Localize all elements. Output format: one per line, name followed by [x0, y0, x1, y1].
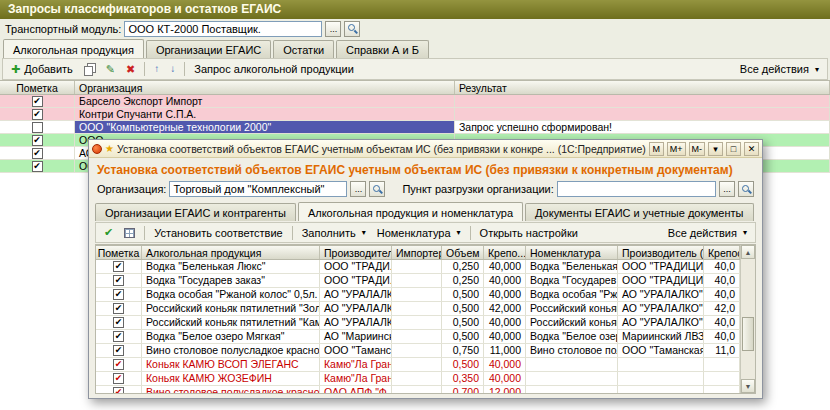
titlebar-dropdown-button[interactable]: ▾ [708, 142, 723, 156]
producer-cell[interactable]: АО "УРАЛАЛК... [320, 288, 392, 301]
move-down-button[interactable]: ↓ [165, 62, 180, 76]
row-checkbox[interactable] [113, 359, 124, 370]
memory-m-minus-button[interactable]: М- [689, 142, 706, 156]
nom-producer-cell[interactable]: АО "УРАЛАЛКО" [618, 302, 704, 315]
product-row[interactable]: Коньяк КАМЮ ВСОП ЭЛЕГАНС Камю"Ла Гран...… [96, 358, 740, 372]
nomenclature-cell[interactable]: Водка "Беленькая Люкс" [526, 260, 618, 273]
strength-cell[interactable]: 40,000 [484, 358, 526, 371]
product-row[interactable]: Водка "Государев заказ" ООО "ТРАДИ... 0,… [96, 274, 740, 288]
volume-cell[interactable]: 0,500 [442, 302, 484, 315]
organization-row[interactable]: Барсело Экспорт Импорт [0, 95, 830, 108]
alcohol-cell[interactable]: Вино столовое полусладкое красное "Кагор… [142, 344, 320, 357]
strength-cell[interactable]: 12,000 [484, 386, 526, 393]
mark-cell[interactable] [0, 160, 75, 172]
nom-strength-cell[interactable]: 40,0 [704, 260, 740, 273]
product-row[interactable]: Водка особая "Ржаной колос" 0,5л. АО "УР… [96, 288, 740, 302]
row-checkbox[interactable] [32, 122, 43, 133]
volume-cell[interactable]: 0,250 [442, 274, 484, 287]
mark-cell[interactable] [96, 260, 142, 273]
strength-cell[interactable]: 11,000 [484, 344, 526, 357]
product-row[interactable]: Российский коньяк пятилетний "Золотой ре… [96, 302, 740, 316]
row-checkbox[interactable] [32, 135, 43, 146]
producer-cell[interactable]: АО "УРАЛАЛК... [320, 302, 392, 315]
product-row[interactable]: Российский коньяк пятилетний "Каменный .… [96, 316, 740, 330]
nomenclature-cell[interactable] [526, 372, 618, 385]
organization-row[interactable]: Контри Спучанти С.П.А. [0, 108, 830, 121]
importer-cell[interactable] [392, 386, 442, 393]
result-cell[interactable] [455, 108, 830, 120]
alcohol-cell[interactable]: Водка "Государев заказ" [142, 274, 320, 287]
product-row[interactable]: Водка "Беленькая Люкс" ООО "ТРАДИ... 0,2… [96, 260, 740, 274]
nomenclature-cell[interactable]: Российский коньяк пятиле... [526, 316, 618, 329]
column-header-nom-producer[interactable]: Производитель (алко... [618, 246, 704, 259]
alcohol-cell[interactable]: Водка "Белое озеро Мягкая" [142, 330, 320, 343]
close-button[interactable]: ✕ [744, 142, 759, 156]
unload-point-search-button[interactable] [738, 181, 754, 197]
producer-cell[interactable]: ООО "Таманс... [320, 344, 392, 357]
row-checkbox[interactable] [32, 96, 43, 107]
unload-point-input[interactable] [557, 181, 716, 197]
strength-cell[interactable]: 40,000 [484, 330, 526, 343]
volume-cell[interactable]: 0,750 [442, 344, 484, 357]
row-checkbox[interactable] [113, 303, 124, 314]
product-row[interactable]: Вино столовое полусладкое красное "Кагор… [96, 344, 740, 358]
mark-cell[interactable] [96, 316, 142, 329]
organization-cell[interactable]: ООО "Компьютерные технологии 2000" [75, 121, 455, 133]
nom-strength-cell[interactable]: 40,0 [704, 274, 740, 287]
volume-cell[interactable]: 0,700 [442, 386, 484, 393]
row-checkbox[interactable] [113, 275, 124, 286]
column-header-organization[interactable]: Организация [75, 81, 455, 94]
mark-cell[interactable] [0, 121, 75, 133]
column-header-strength[interactable]: Крепо... [484, 246, 526, 259]
request-alcohol-button[interactable]: Запрос алкогольной продукции [189, 61, 359, 77]
result-cell[interactable] [455, 95, 830, 107]
scrollbar-track[interactable] [741, 259, 755, 379]
mark-cell[interactable] [0, 147, 75, 159]
importer-cell[interactable] [392, 288, 442, 301]
organization-search-button[interactable] [369, 181, 385, 197]
row-checkbox[interactable] [113, 345, 124, 356]
scroll-down-button[interactable]: ▼ [741, 379, 755, 393]
mark-cell[interactable] [0, 95, 75, 107]
importer-cell[interactable] [392, 358, 442, 371]
column-header-nom-strength[interactable]: Крепост... [704, 246, 740, 259]
set-match-button[interactable]: Установить соответствие [149, 225, 287, 241]
nomenclature-cell[interactable]: Российский коньяк пятиле... [526, 302, 618, 315]
tab-certificates-a-b[interactable]: Справки А и Б [336, 40, 429, 58]
alcohol-cell[interactable]: Водка особая "Ржаной колос" 0,5л. [142, 288, 320, 301]
column-header-alcohol[interactable]: Алкогольная продукция [142, 246, 320, 259]
row-checkbox[interactable] [113, 331, 124, 342]
row-checkbox[interactable] [32, 109, 43, 120]
product-row[interactable]: Коньяк КАМЮ ЖОЗЕФИН Камю"Ла Гран... 0,35… [96, 372, 740, 386]
column-header-mark[interactable]: Пометка [96, 246, 142, 259]
importer-cell[interactable] [392, 274, 442, 287]
importer-cell[interactable] [392, 344, 442, 357]
nomenclature-cell[interactable]: Вино столовое полусладк... [526, 344, 618, 357]
volume-cell[interactable]: 0,500 [442, 288, 484, 301]
tab-alcohol-production[interactable]: Алкогольная продукция [3, 39, 144, 58]
producer-cell[interactable]: АО "Мариинск... [320, 330, 392, 343]
nomenclature-button[interactable]: Номенклатура ▾ [372, 225, 466, 241]
row-checkbox[interactable] [113, 289, 124, 300]
nom-strength-cell[interactable]: 40,0 [704, 288, 740, 301]
vertical-scrollbar[interactable]: ▲ ▼ [740, 245, 755, 393]
scroll-up-button[interactable]: ▲ [741, 245, 755, 259]
volume-cell[interactable]: 0,500 [442, 358, 484, 371]
nom-producer-cell[interactable]: Мариинский ЛВЗ [618, 330, 704, 343]
organization-row[interactable]: ООО "Компьютерные технологии 2000" Запро… [0, 121, 830, 134]
column-header-volume[interactable]: Объем [442, 246, 484, 259]
organization-input[interactable] [169, 181, 347, 197]
transport-select-button[interactable]: ... [325, 21, 341, 37]
importer-cell[interactable] [392, 330, 442, 343]
delete-button[interactable]: ✖ [121, 62, 140, 77]
producer-cell[interactable]: Камю"Ла Гран... [320, 372, 392, 385]
volume-cell[interactable]: 0,250 [442, 260, 484, 273]
nom-producer-cell[interactable]: АО "УРАЛАЛКО" [618, 288, 704, 301]
nom-producer-cell[interactable] [618, 358, 704, 371]
tab-egais-documents[interactable]: Документы ЕГАИС и учетные документы [525, 203, 753, 221]
mark-cell[interactable] [96, 288, 142, 301]
column-header-nomenclature[interactable]: Номенклатура [526, 246, 618, 259]
nomenclature-cell[interactable]: Водка особая "Ржаной кол... [526, 288, 618, 301]
organization-select-button[interactable]: ... [350, 181, 366, 197]
column-header-importer[interactable]: Импортер [392, 246, 442, 259]
